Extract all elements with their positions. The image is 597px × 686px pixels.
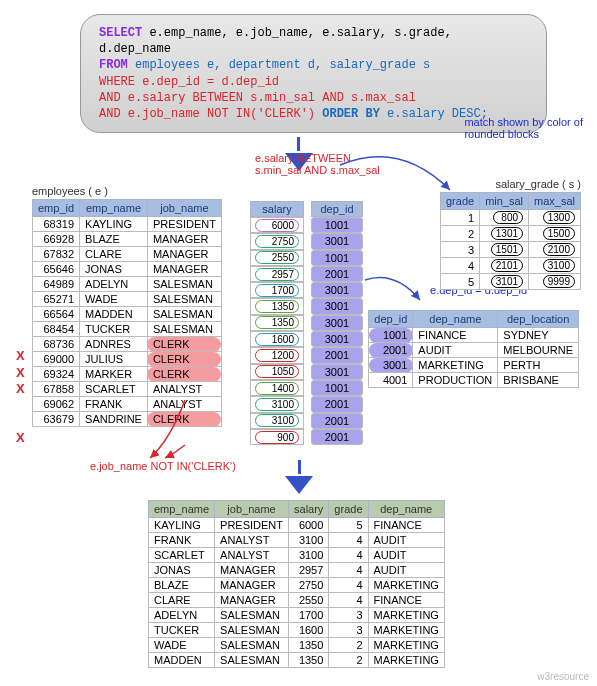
table-row: 66564 MADDEN SALESMAN [33,307,222,322]
emp-title: employees ( e ) [32,185,222,197]
emp-id: 68454 [33,322,80,337]
table-row: 2 1301 1500 [440,226,580,242]
salary-cell: 3100 [250,396,304,412]
table-row: 4001 PRODUCTION BRISBANE [369,373,579,388]
emp-id: 67858 [33,382,80,397]
dep-name: FINANCE [413,328,498,343]
emp-job: MANAGER [147,262,221,277]
note-match: match shown by color of rounded blocks [464,116,583,140]
emp-name: FRANK [80,397,148,412]
res-name: FRANK [149,533,215,548]
kw-and1: AND [99,91,121,105]
res-job: SALESMAN [215,623,289,638]
sg-max: 9999 [529,274,581,290]
emp-h-name: emp_name [80,200,148,217]
res-sal: 3100 [289,548,329,563]
res-sal: 1700 [289,608,329,623]
emp-name: ADNRES [80,337,148,352]
res-grade: 4 [329,578,368,593]
dep-id: 4001 [369,373,413,388]
table-row: BLAZE MANAGER 2750 4 MARKETING [149,578,445,593]
table-row: CLARE MANAGER 2550 4 FINANCE [149,593,445,608]
table-row: 5 3101 9999 [440,274,580,290]
table-row: TUCKER SALESMAN 1600 3 MARKETING [149,623,445,638]
salary-cell: 1050 [250,364,304,380]
depid-cell: 2001 [311,347,363,363]
res-job: MANAGER [215,593,289,608]
sg-h-max: max_sal [529,193,581,210]
table-row: 64989 ADELYN SALESMAN [33,277,222,292]
depid-col-head: dep_id [311,201,363,217]
emp-job: PRESIDENT [147,217,221,232]
x-mark: X [16,430,25,445]
salary-cell: 2750 [250,233,304,249]
table-row: 3 1501 2100 [440,242,580,258]
depid-cell: 3001 [311,233,363,249]
res-grade: 2 [329,638,368,653]
dep-loc: MELBOURNE [498,343,579,358]
salary-cell: 2550 [250,250,304,266]
table-row: 68454 TUCKER SALESMAN [33,322,222,337]
res-dep: FINANCE [368,518,444,533]
res-dep: MARKETING [368,653,444,668]
salary-cell: 6000 [250,217,304,233]
department-wrap: dep_id dep_name dep_location 1001 FINANC… [368,310,579,388]
emp-job: SALESMAN [147,322,221,337]
salary-value: 1400 [255,382,299,395]
salary-cell: 2957 [250,266,304,282]
depid-cell: 3001 [311,364,363,380]
depid-cell: 3001 [311,331,363,347]
table-row: KAYLING PRESIDENT 6000 5 FINANCE [149,518,445,533]
emp-job: MANAGER [147,232,221,247]
res-name: ADELYN [149,608,215,623]
dep-h-name: dep_name [413,311,498,328]
res-sal: 1350 [289,638,329,653]
dep-id: 2001 [369,343,413,358]
depid-cell: 3001 [311,282,363,298]
table-row: WADE SALESMAN 1350 2 MARKETING [149,638,445,653]
emp-job: ANALYST [147,397,221,412]
res-name: MADDEN [149,653,215,668]
emp-name: MADDEN [80,307,148,322]
table-row: 69000 JULIUS CLERK [33,352,222,367]
salary-value: 1350 [255,316,299,329]
depid-cell: 2001 [311,266,363,282]
salary-value: 3100 [255,398,299,411]
salary-grade-wrap: salary_grade ( s ) grade min_sal max_sal… [440,178,581,290]
depid-column: dep_id 100130011001200130013001300130012… [311,201,363,445]
res-h-1: job_name [215,501,289,518]
emp-name: CLARE [80,247,148,262]
res-grade: 4 [329,533,368,548]
emp-job: CLERK [147,412,221,427]
res-grade: 5 [329,518,368,533]
res-name: KAYLING [149,518,215,533]
cond3: e.job_name NOT IN('CLERK') [128,107,315,121]
res-job: SALESMAN [215,653,289,668]
table-row: 4 2101 3100 [440,258,580,274]
emp-name: JONAS [80,262,148,277]
sg-grade: 2 [440,226,479,242]
salary-cell: 1200 [250,347,304,363]
table-row: 69062 FRANK ANALYST [33,397,222,412]
dep-name: PRODUCTION [413,373,498,388]
salary-cell: 3100 [250,413,304,429]
res-dep: AUDIT [368,533,444,548]
dep-name: MARKETING [413,358,498,373]
sg-max: 2100 [529,242,581,258]
emp-id: 63679 [33,412,80,427]
emp-id: 64989 [33,277,80,292]
depid-cell: 3001 [311,315,363,331]
res-sal: 1600 [289,623,329,638]
salary-value: 1050 [255,365,299,378]
res-h-3: grade [329,501,368,518]
res-dep: MARKETING [368,578,444,593]
dep-loc: BRISBANE [498,373,579,388]
x-mark: X [16,381,25,396]
dep-h-id: dep_id [369,311,413,328]
table-row: 68736 ADNRES CLERK [33,337,222,352]
table-row: MADDEN SALESMAN 1350 2 MARKETING [149,653,445,668]
res-grade: 3 [329,623,368,638]
emp-id: 66928 [33,232,80,247]
res-grade: 3 [329,608,368,623]
res-grade: 4 [329,563,368,578]
